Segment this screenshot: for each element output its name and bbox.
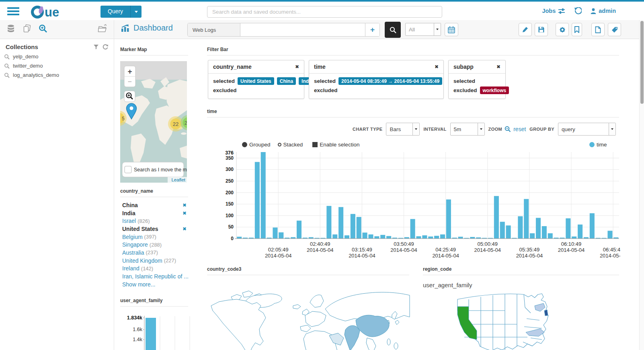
facet-item-label[interactable]: United States (122, 226, 158, 232)
time-bar[interactable] (434, 236, 439, 239)
facet-item-label[interactable]: Australia (122, 249, 144, 256)
time-bar[interactable] (494, 196, 499, 239)
new-document-button[interactable] (591, 23, 605, 36)
facet-item-label[interactable]: China (122, 202, 138, 208)
map-zoom-out-button[interactable]: − (128, 78, 132, 86)
time-bar[interactable] (578, 224, 582, 239)
time-bar[interactable] (566, 218, 570, 239)
main-scrollbar[interactable] (639, 20, 644, 350)
facet-item-label[interactable]: Ireland (122, 265, 139, 272)
facet-item-label[interactable]: United Kingdom (122, 257, 162, 264)
search-zoom-icon[interactable] (38, 23, 48, 34)
facet-item[interactable]: India✖ (122, 209, 187, 217)
user-agent-family-chart[interactable]: 1.834k1.6k1.4k (120, 314, 192, 350)
facet-item-label[interactable]: Iran, Islamic Republic of ... (122, 273, 189, 280)
refresh-icon[interactable] (102, 44, 108, 50)
filter-close-icon[interactable]: ✖ (295, 64, 299, 70)
tags-button[interactable] (608, 23, 621, 36)
facet-remove-icon[interactable]: ✖ (183, 210, 187, 216)
folder-icon[interactable] (97, 23, 108, 34)
user-agent-family-bar[interactable] (146, 318, 156, 350)
time-bar[interactable] (458, 237, 463, 239)
filter-value-badge[interactable]: 2014-05-04 08:35:49 → 2014-05-04 13:55:4… (338, 77, 442, 85)
user-menu[interactable]: admin (591, 8, 616, 14)
global-search-input[interactable] (207, 6, 442, 18)
zoom-reset-link[interactable]: reset (513, 126, 526, 132)
time-bar[interactable] (345, 235, 349, 239)
time-bar[interactable] (590, 213, 595, 239)
save-dashboard-button[interactable] (535, 23, 548, 36)
time-bar[interactable] (542, 226, 547, 239)
time-bar[interactable] (291, 237, 295, 239)
leaflet-attribution-link[interactable]: Leaflet (171, 177, 185, 182)
enable-selection-checkbox[interactable]: Enable selection (312, 142, 359, 148)
facet-item[interactable]: Ireland(142) (122, 265, 187, 273)
time-bar[interactable] (518, 216, 523, 239)
facet-item[interactable]: Belgium(397) (122, 233, 187, 241)
time-bar[interactable] (470, 237, 475, 239)
group-by-select[interactable]: query (558, 123, 616, 136)
query-button-label[interactable]: Query (100, 6, 130, 18)
query-split-button[interactable]: Query (100, 6, 142, 18)
time-bar[interactable] (572, 237, 576, 239)
filter-funnel-icon[interactable] (93, 44, 99, 49)
facet-remove-icon[interactable]: ✖ (183, 202, 187, 208)
history-button[interactable] (574, 7, 582, 15)
time-bar[interactable] (530, 233, 535, 239)
time-bar[interactable] (536, 218, 541, 239)
time-bar[interactable] (416, 236, 421, 239)
map-zoom-control[interactable]: + − (124, 66, 135, 87)
dashboard-title[interactable]: Dashboard (121, 23, 173, 33)
marker-map[interactable]: 5 22 2 + − (120, 61, 187, 183)
time-bar[interactable] (368, 235, 373, 239)
time-bar[interactable] (261, 152, 266, 239)
time-bar[interactable] (255, 162, 260, 239)
time-bar[interactable] (297, 220, 301, 239)
country-code3-world-map[interactable] (207, 282, 410, 350)
facet-item[interactable]: United Kingdom(227) (122, 257, 187, 265)
chart-type-select[interactable]: Bars (386, 123, 420, 136)
time-bar[interactable] (363, 233, 367, 239)
map-search-checkbox[interactable] (125, 166, 131, 173)
country-shape-india[interactable] (345, 325, 360, 350)
databases-icon[interactable] (6, 23, 16, 34)
filter-close-icon[interactable]: ✖ (496, 64, 500, 70)
dashboard-search-input[interactable] (240, 23, 365, 36)
timespan-select[interactable]: All (405, 23, 441, 36)
facet-item-label[interactable]: Israel (122, 218, 136, 224)
collection-item[interactable]: twitter_demo (0, 61, 114, 70)
time-bar[interactable] (440, 235, 445, 239)
jobs-link[interactable]: Jobs (542, 8, 565, 14)
facet-item[interactable]: United States✖ (122, 225, 187, 233)
interval-select[interactable]: 5m (450, 123, 485, 136)
execute-search-button[interactable] (385, 22, 401, 38)
time-bar[interactable] (428, 237, 433, 239)
facet-item[interactable]: China✖ (122, 201, 187, 209)
collection-item[interactable]: log_analytics_demo (0, 70, 114, 80)
facet-item[interactable]: Australia(237) (122, 249, 187, 257)
zoom-out-icon[interactable] (505, 126, 511, 132)
hamburger-menu-icon[interactable] (7, 7, 19, 16)
state-shape-new-jersey[interactable] (544, 310, 548, 316)
time-bar[interactable] (422, 235, 427, 239)
facet-item[interactable]: Israel(826) (122, 217, 187, 225)
time-bar[interactable] (410, 219, 415, 239)
time-bar[interactable] (332, 235, 337, 239)
calendar-button[interactable] (445, 23, 458, 36)
map-magnify-button[interactable] (124, 91, 135, 102)
stacked-radio[interactable]: Stacked (278, 142, 303, 148)
hue-logo[interactable]: ue (31, 4, 71, 19)
time-bar[interactable] (524, 199, 529, 239)
collection-item[interactable]: yelp_demo (0, 52, 114, 61)
filter-value-badge[interactable]: United States (238, 77, 274, 85)
facet-item-label[interactable]: Singapore (122, 241, 148, 248)
facet-item-label[interactable]: Belgium (122, 234, 143, 240)
facet-item[interactable]: Iran, Islamic Republic of ... (122, 272, 187, 280)
settings-button[interactable] (556, 23, 569, 36)
filter-value-badge[interactable]: China (277, 77, 296, 85)
time-bar[interactable] (380, 235, 385, 239)
scrollbar-thumb[interactable] (640, 21, 644, 104)
time-bar[interactable] (326, 206, 331, 239)
map-search-toggle[interactable]: Search as I move the map (122, 162, 187, 177)
time-bar[interactable] (607, 231, 612, 239)
